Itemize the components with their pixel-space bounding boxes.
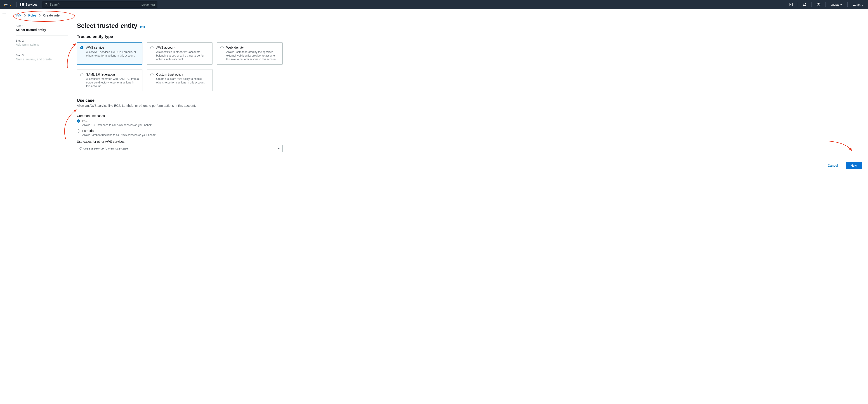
search-box[interactable]: [Option+S]	[42, 1, 157, 8]
common-usecases-heading: Common use cases	[77, 114, 866, 118]
breadcrumb-roles[interactable]: Roles	[28, 13, 36, 17]
usecase-label: EC2	[82, 119, 88, 123]
tile-desc: Allow entities in other AWS accounts bel…	[156, 50, 209, 61]
cloudshell-button[interactable]	[788, 1, 794, 8]
step-2[interactable]: Step 2 Add permissions	[16, 37, 68, 50]
wizard-stepper: Step 1 Select trusted entity Step 2 Add …	[16, 22, 68, 169]
help-icon	[816, 2, 820, 6]
side-nav-toggle[interactable]	[0, 9, 8, 178]
search-shortcut-hint: [Option+S]	[141, 3, 155, 6]
tile-title: SAML 2.0 federation	[86, 73, 139, 76]
tile-title: AWS service	[86, 46, 139, 49]
chevron-right-icon	[24, 13, 26, 17]
svg-text:aws: aws	[4, 3, 8, 5]
top-nav: aws Services [Option+S] Global Zufar A	[0, 0, 868, 9]
radio-indicator	[80, 73, 84, 76]
tile-aws-service[interactable]: AWS service Allow AWS services like EC2,…	[77, 42, 143, 65]
select-placeholder: Choose a service to view use case	[79, 147, 128, 150]
user-label: Zufar A	[853, 3, 863, 6]
main-content: Select trusted entity Info Trusted entit…	[77, 22, 868, 169]
wizard-footer: Cancel Next	[77, 162, 866, 169]
radio-indicator	[150, 73, 153, 76]
tile-custom-trust[interactable]: Custom trust policy Create a custom trus…	[147, 69, 213, 92]
search-icon	[44, 3, 48, 6]
next-button[interactable]: Next	[846, 162, 862, 169]
radio-indicator	[77, 119, 80, 123]
cloudshell-icon	[789, 2, 793, 6]
radio-indicator	[220, 46, 223, 49]
svg-line-2	[46, 5, 48, 6]
hamburger-icon	[2, 13, 6, 17]
caret-down-icon	[277, 148, 280, 149]
nav-divider	[17, 2, 17, 7]
step-1[interactable]: Step 1 Select trusted entity	[16, 22, 68, 35]
usecase-heading: Use case	[77, 98, 866, 103]
usecase-sub: Allow an AWS service like EC2, Lambda, o…	[77, 104, 866, 108]
aws-logo[interactable]: aws	[4, 2, 11, 7]
step-3[interactable]: Step 3 Name, review, and create	[16, 52, 68, 65]
region-label: Global	[831, 3, 839, 6]
chevron-right-icon	[39, 13, 41, 17]
page-title: Select trusted entity	[77, 22, 137, 29]
breadcrumb-current: Create role	[43, 13, 60, 17]
svg-point-1	[45, 3, 47, 5]
step-number: Step 3	[16, 54, 68, 57]
tile-desc: Create a custom trust policy to enable o…	[156, 77, 209, 84]
usecase-label: Lambda	[82, 129, 94, 133]
tile-aws-account[interactable]: AWS account Allow entities in other AWS …	[147, 42, 213, 65]
divider	[77, 111, 866, 111]
tile-desc: Allow AWS services like EC2, Lambda, or …	[86, 50, 139, 57]
notifications-button[interactable]	[802, 1, 808, 8]
tile-title: Web identity	[226, 46, 279, 49]
usecase-lambda[interactable]: Lambda	[77, 129, 866, 133]
tile-saml[interactable]: SAML 2.0 federation Allow users federate…	[77, 69, 143, 92]
bell-icon	[803, 2, 807, 6]
nav-divider	[847, 2, 848, 7]
step-number: Step 2	[16, 39, 68, 42]
breadcrumb-iam[interactable]: IAM	[16, 13, 22, 17]
tile-title: Custom trust policy	[156, 73, 209, 76]
service-select[interactable]: Choose a service to view use case	[77, 145, 283, 152]
tile-desc: Allow users federated with SAML 2.0 from…	[86, 77, 139, 88]
info-link[interactable]: Info	[140, 25, 145, 29]
grid-icon	[20, 3, 24, 6]
tile-desc: Allows users federated by the specified …	[226, 50, 279, 61]
region-selector[interactable]: Global	[829, 2, 844, 7]
radio-indicator	[77, 129, 80, 133]
step-title: Select trusted entity	[16, 28, 68, 32]
nav-divider	[798, 2, 798, 7]
entity-type-heading: Trusted entity type	[77, 34, 866, 39]
step-number: Step 1	[16, 24, 68, 28]
nav-divider	[811, 2, 812, 7]
breadcrumb: IAM Roles Create role	[16, 13, 868, 17]
cancel-button[interactable]: Cancel	[823, 162, 843, 169]
account-menu[interactable]: Zufar A	[851, 2, 864, 7]
caret-down-icon	[840, 4, 842, 5]
usecase-ec2[interactable]: EC2	[77, 119, 866, 123]
step-title: Name, review, and create	[16, 57, 68, 61]
search-input[interactable]	[50, 3, 141, 6]
other-services-heading: Use cases for other AWS services:	[77, 140, 866, 143]
tile-web-identity[interactable]: Web identity Allows users federated by t…	[217, 42, 283, 65]
radio-indicator	[80, 46, 84, 49]
help-button[interactable]	[815, 1, 822, 8]
usecase-desc: Allows Lambda functions to call AWS serv…	[82, 134, 866, 137]
usecase-desc: Allows EC2 instances to call AWS service…	[82, 123, 866, 127]
svg-rect-3	[789, 3, 792, 6]
services-menu-button[interactable]: Services	[19, 2, 39, 7]
nav-divider	[825, 2, 826, 7]
step-title: Add permissions	[16, 43, 68, 47]
tile-title: AWS account	[156, 46, 209, 49]
services-label: Services	[25, 3, 37, 6]
entity-type-tiles: AWS service Allow AWS services like EC2,…	[77, 42, 866, 91]
radio-indicator	[150, 46, 153, 49]
